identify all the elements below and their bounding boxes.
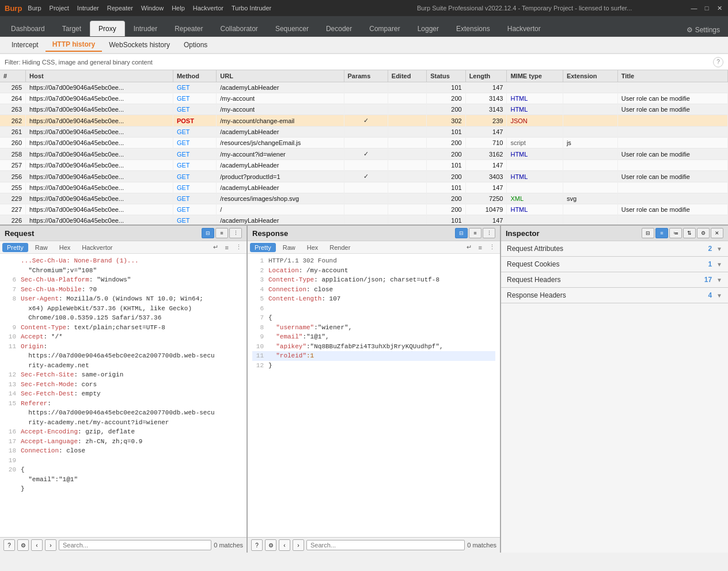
request-tab-hex[interactable]: Hex (55, 243, 75, 252)
col-num[interactable]: # (0, 70, 26, 82)
table-row[interactable]: 229 https://0a7d00e9046a45ebc0ee... GET … (0, 193, 728, 204)
table-row[interactable]: 227 https://0a7d00e9046a45ebc0ee... GET … (0, 204, 728, 215)
col-title[interactable]: Title (617, 70, 727, 82)
filter-text[interactable]: Filter: Hiding CSS, image and general bi… (5, 59, 713, 66)
table-row[interactable]: 264 https://0a7d00e9046a45ebc0ee... GET … (0, 93, 728, 104)
response-help-btn[interactable]: ? (251, 539, 263, 551)
settings-button[interactable]: ⚙ Settings (681, 24, 726, 36)
tab-extensions[interactable]: Extensions (448, 21, 499, 36)
col-url[interactable]: URL (217, 70, 344, 82)
menu-hackvertor[interactable]: Hackvertor (193, 5, 223, 12)
tab-proxy[interactable]: Proxy (90, 21, 125, 36)
menu-turbointruder[interactable]: Turbo Intruder (232, 5, 271, 12)
http-history-table-container: # Host Method URL Params Edited Status L… (0, 70, 728, 226)
inspector-view-2[interactable]: ≡ (655, 228, 668, 238)
response-tab-pretty[interactable]: Pretty (250, 243, 276, 252)
response-view-split[interactable]: ⊟ (455, 228, 468, 238)
table-row[interactable]: 262 https://0a7d00e9046a45ebc0ee... POST… (0, 115, 728, 127)
inspector-section-request-attributes-header[interactable]: Request Attributes 2 ▼ (501, 241, 728, 256)
response-wrap-icon[interactable]: ↵ (464, 242, 474, 252)
request-help-btn[interactable]: ? (3, 539, 15, 551)
tab-sequencer[interactable]: Sequencer (267, 21, 317, 36)
response-tab-render[interactable]: Render (325, 243, 355, 252)
maximize-button[interactable]: □ (703, 4, 711, 12)
menu-intruder[interactable]: Intruder (77, 5, 99, 12)
request-menu-icon[interactable]: ≡ (223, 243, 231, 252)
inspector-settings-btn[interactable]: ⚙ (697, 228, 710, 238)
response-tab-hex[interactable]: Hex (302, 243, 323, 252)
menu-project[interactable]: Project (50, 5, 69, 12)
inspector-section-request-cookies-header[interactable]: Request Cookies 1 ▼ (501, 257, 728, 272)
cell-ext (563, 127, 617, 138)
col-method[interactable]: Method (173, 70, 216, 82)
request-view-split[interactable]: ⊟ (202, 228, 214, 238)
inspector-close-btn[interactable]: ✕ (711, 228, 723, 238)
response-settings-btn[interactable]: ⚙ (265, 539, 276, 551)
request-tab-raw[interactable]: Raw (31, 243, 52, 252)
request-more-icon[interactable]: ⋮ (233, 242, 244, 252)
col-length[interactable]: Length (465, 70, 507, 82)
table-row[interactable]: 255 https://0a7d00e9046a45ebc0ee... GET … (0, 182, 728, 193)
request-view-full[interactable]: ≡ (215, 228, 228, 238)
response-view-more[interactable]: ⋮ (483, 228, 495, 238)
inspector-section-response-headers-header[interactable]: Response Headers 4 ▼ (501, 288, 728, 303)
response-prev-btn[interactable]: ‹ (279, 539, 290, 551)
response-view-full[interactable]: ≡ (469, 228, 481, 238)
menu-window[interactable]: Window (141, 5, 164, 12)
response-search-input[interactable] (306, 540, 465, 550)
minimize-button[interactable]: — (690, 4, 698, 12)
table-row[interactable]: 263 https://0a7d00e9046a45ebc0ee... GET … (0, 104, 728, 115)
request-tab-pretty[interactable]: Pretty (2, 243, 28, 252)
request-view-more[interactable]: ⋮ (229, 228, 242, 238)
tab-http-history[interactable]: HTTP history (46, 38, 102, 52)
help-button[interactable]: ? (713, 57, 723, 67)
tab-decoder[interactable]: Decoder (317, 21, 361, 36)
inspector-view-1[interactable]: ⊟ (642, 228, 654, 238)
table-row[interactable]: 226 https://0a7d00e9046a45ebc0ee... GET … (0, 215, 728, 226)
response-tab-raw[interactable]: Raw (278, 243, 300, 252)
tab-repeater[interactable]: Repeater (166, 21, 211, 36)
table-row[interactable]: 265 https://0a7d00e9046a45ebc0ee... GET … (0, 82, 728, 93)
response-more-icon[interactable]: ⋮ (487, 242, 498, 252)
filter-bar: Filter: Hiding CSS, image and general bi… (0, 54, 728, 70)
close-button[interactable]: ✕ (715, 4, 723, 12)
inspector-view-3[interactable]: ≔ (669, 228, 682, 238)
request-wrap-icon[interactable]: ↵ (211, 242, 221, 252)
request-next-btn[interactable]: › (45, 539, 56, 551)
inspector-section-request-headers-header[interactable]: Request Headers 17 ▼ (501, 272, 728, 287)
table-row[interactable]: 256 https://0a7d00e9046a45ebc0ee... GET … (0, 171, 728, 182)
menu-burp[interactable]: Burp (28, 5, 41, 12)
col-status[interactable]: Status (427, 70, 465, 82)
request-prev-btn[interactable]: ‹ (31, 539, 43, 551)
cell-title (617, 182, 727, 193)
tab-intercept[interactable]: Intercept (5, 39, 46, 51)
response-next-btn[interactable]: › (293, 539, 304, 551)
table-row[interactable]: 257 https://0a7d00e9046a45ebc0ee... GET … (0, 160, 728, 171)
col-mime[interactable]: MIME type (507, 70, 563, 82)
tab-collaborator[interactable]: Collaborator (212, 21, 267, 36)
cell-num: 257 (0, 160, 26, 171)
col-host[interactable]: Host (26, 70, 173, 82)
tab-hackvertor[interactable]: Hackvertor (499, 21, 549, 36)
tab-websockets-history[interactable]: WebSockets history (102, 39, 177, 51)
col-edited[interactable]: Edited (388, 70, 426, 82)
col-params[interactable]: Params (344, 70, 388, 82)
menu-help[interactable]: Help (172, 5, 185, 12)
request-settings-btn[interactable]: ⚙ (17, 539, 29, 551)
tab-intruder[interactable]: Intruder (125, 21, 166, 36)
table-row[interactable]: 261 https://0a7d00e9046a45ebc0ee... GET … (0, 127, 728, 138)
tab-options[interactable]: Options (177, 39, 214, 51)
menu-repeater[interactable]: Repeater (107, 5, 133, 12)
col-extension[interactable]: Extension (563, 70, 617, 82)
cell-title (617, 138, 727, 149)
tab-target[interactable]: Target (54, 21, 90, 36)
table-row[interactable]: 258 https://0a7d00e9046a45ebc0ee... GET … (0, 149, 728, 160)
table-row[interactable]: 260 https://0a7d00e9046a45ebc0ee... GET … (0, 138, 728, 149)
response-menu-icon[interactable]: ≡ (476, 243, 484, 252)
tab-logger[interactable]: Logger (409, 21, 448, 36)
request-tab-hackvertor[interactable]: Hackvertor (77, 243, 117, 252)
tab-comparer[interactable]: Comparer (361, 21, 408, 36)
inspector-view-4[interactable]: ⇅ (683, 228, 696, 238)
request-search-input[interactable] (59, 540, 211, 550)
tab-dashboard[interactable]: Dashboard (2, 21, 54, 36)
